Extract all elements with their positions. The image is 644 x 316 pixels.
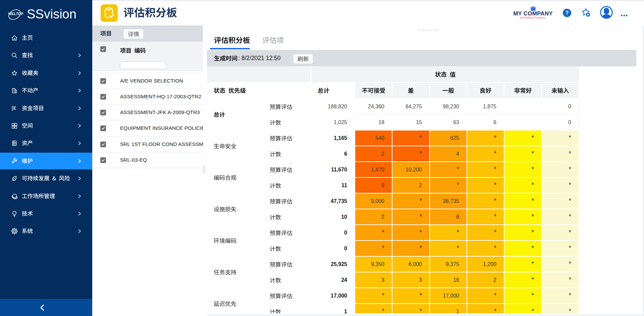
svg-text:WELTOP: WELTOP [8,12,23,16]
